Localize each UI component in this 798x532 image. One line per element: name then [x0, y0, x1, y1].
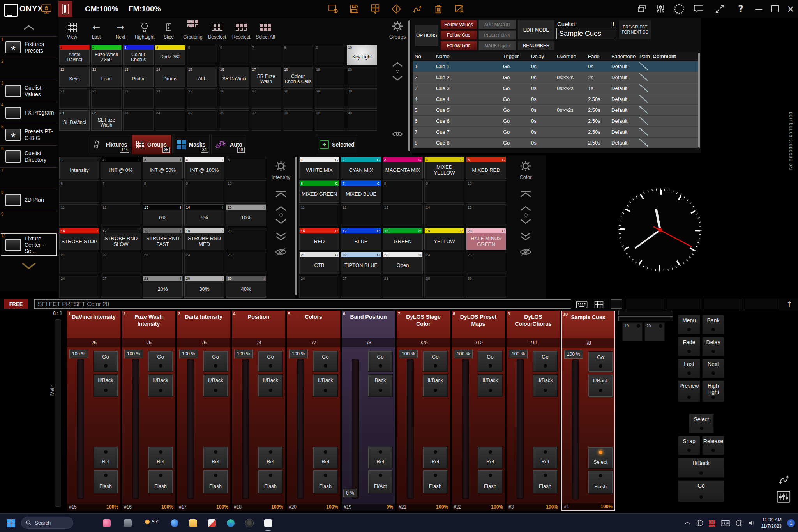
preselect-next-go-button[interactable]: PRE-SELECT FOR NEXT GO [619, 20, 651, 39]
weather-widget[interactable]: 85° [145, 519, 159, 525]
reselect-button[interactable]: Reselect [229, 18, 253, 43]
playback-fader[interactable] [187, 359, 194, 499]
release-select-button[interactable]: Select [588, 447, 613, 468]
hidden-icons-chevron[interactable] [684, 521, 691, 525]
release-select-button[interactable]: Rel [203, 447, 228, 468]
bank-button-main[interactable]: Bank [702, 315, 724, 334]
release-select-button[interactable]: Rel [94, 447, 118, 468]
group-tile[interactable]: 12 Lead [91, 67, 122, 87]
intensity-preset-tile[interactable]: 29I 30% [184, 276, 224, 298]
color-preset-tile[interactable]: 5C MIXED RED [466, 157, 506, 179]
playback-header[interactable]: 9 DyLOS ColourChorus [507, 311, 560, 338]
pause-back-button[interactable]: Back [368, 375, 392, 396]
go-button[interactable]: Go [533, 351, 557, 371]
intensity-preset-tile[interactable]: 25 [226, 252, 266, 274]
scroll-up-icon[interactable] [274, 205, 288, 212]
playback-cue-counter[interactable]: -/6 [177, 338, 230, 347]
group-tile[interactable]: 27 [251, 88, 281, 109]
master-fader[interactable] [55, 319, 61, 507]
color-preset-tile[interactable]: 26 [299, 276, 339, 298]
playback-header[interactable]: 6 Band Position [342, 311, 395, 338]
color-preset-tile[interactable]: 22C TIPTON BLUE [341, 252, 381, 274]
taskbar-app-icon[interactable] [245, 518, 254, 528]
add-macro-button[interactable]: ADD MACRO [478, 20, 516, 29]
group-tile[interactable]: 5 [187, 45, 217, 65]
taskbar-app-icon[interactable] [207, 518, 217, 528]
playback-header[interactable]: 4 Position [232, 311, 285, 338]
save-button[interactable] [348, 3, 361, 15]
page-down-icon[interactable] [391, 75, 404, 81]
empty-slot[interactable] [704, 299, 740, 309]
options-button[interactable]: OPTIONS [415, 25, 439, 46]
flash-button[interactable]: Fl/Act [368, 470, 392, 493]
release-select-button[interactable]: Rel [533, 447, 557, 468]
empty-slot[interactable] [665, 299, 701, 309]
fade-button[interactable]: Fade [678, 337, 700, 356]
keyboard-icon[interactable] [576, 300, 588, 309]
color-preset-tile[interactable]: 17C BLUE [341, 228, 381, 250]
intensity-preset-tile[interactable]: 23 [143, 252, 183, 274]
intensity-preset-tile[interactable]: 22 [101, 252, 141, 274]
cue-row[interactable]: 7 Cue 7 Go 0s 2.50s Default [413, 127, 698, 138]
empty-slot[interactable] [626, 299, 662, 309]
intensity-preset-tile[interactable]: 4I INT @ 100% [184, 157, 224, 179]
intensity-preset-tile[interactable]: 14I 5% [184, 204, 224, 226]
playback-fader[interactable] [572, 359, 579, 499]
onyx-tray-icon[interactable] [709, 520, 715, 527]
playback-cue-counter[interactable]: -/10 [452, 338, 505, 347]
cuelist-name-field[interactable]: Sample Cues [556, 28, 617, 39]
panel-scrollbar[interactable] [295, 157, 297, 295]
playback-cue-counter[interactable]: -/7 [287, 338, 340, 347]
flash-button[interactable]: Flash [258, 470, 282, 493]
group-tile[interactable]: 17 SR Fuze Wash [251, 67, 281, 87]
pause-back-button[interactable]: II/Back [588, 375, 613, 397]
group-tile[interactable]: 31 SL DaVinci [59, 110, 90, 131]
intensity-preset-tile[interactable]: 2I INT @ 0% [101, 157, 141, 179]
swap-icon[interactable] [778, 474, 790, 485]
sidebar-item[interactable]: 7 [0, 167, 58, 189]
last-button-panel[interactable]: Last [678, 359, 700, 378]
fader-settings-icon[interactable] [777, 491, 791, 503]
go-button[interactable]: Go [313, 351, 337, 371]
group-tile[interactable]: 35 [187, 110, 217, 131]
command-line-input[interactable]: SELECT PRESET Color 20 [34, 299, 571, 309]
pause-back-button[interactable]: II/Back [94, 375, 118, 396]
go-button[interactable]: Go [423, 351, 447, 371]
intensity-preset-tile[interactable]: 27 [101, 276, 141, 298]
grid-view-icon[interactable] [594, 300, 604, 309]
group-tile[interactable]: 1 Ariste Davinci [59, 45, 90, 65]
command-mini-box[interactable] [611, 299, 622, 309]
touch-keyboard-icon[interactable] [721, 520, 730, 527]
group-tile[interactable]: 8 [283, 45, 313, 65]
onyx-taskbar-icon-active[interactable] [263, 518, 273, 528]
group-tile[interactable]: 10 Key Light [347, 45, 377, 65]
grand-master-indicator-icon[interactable] [58, 1, 72, 17]
grand-master-level[interactable]: GM:100% [85, 5, 118, 13]
tab-selected[interactable]: + Selected [316, 135, 358, 154]
cue-row[interactable]: 1 Cue 1 Go 0s 0s Default [413, 61, 698, 72]
move-button[interactable] [390, 3, 403, 15]
group-tile[interactable]: 32 SL Fuze Wash [91, 110, 122, 131]
cue-row[interactable]: 4 Cue 4 Go 0s 2.50s Default [413, 94, 698, 105]
scroll-down-icon[interactable] [519, 218, 533, 225]
group-tile[interactable]: 15 ALL [187, 67, 217, 87]
group-tile[interactable]: 36 [219, 110, 249, 131]
color-preset-tile[interactable]: 19C YELLOW [424, 228, 464, 250]
flash-button[interactable]: Flash [533, 470, 557, 493]
intensity-preset-tile[interactable]: 10 [226, 180, 266, 203]
last-button[interactable]: ←Last [84, 18, 108, 43]
color-preset-tile[interactable]: 18C GREEN [383, 228, 423, 250]
pause-back-button[interactable]: II/Back [258, 375, 282, 396]
fullscreen-icon[interactable] [713, 3, 726, 15]
release-select-button[interactable]: Rel [148, 447, 173, 468]
group-tile[interactable]: 7 [251, 45, 281, 65]
sidebar-item[interactable]: 5 Presets PT-C-B-G [0, 124, 58, 145]
playback-fader[interactable] [132, 359, 139, 499]
playback-header[interactable]: 5 Colors [287, 311, 340, 338]
color-preset-tile[interactable]: 1C WHITE MIX [299, 157, 339, 179]
release-select-button[interactable]: Rel [368, 447, 392, 468]
scroll-top-icon[interactable] [519, 190, 533, 198]
follow-values-button[interactable]: Follow Values [440, 20, 477, 29]
go-button[interactable]: Go [203, 351, 228, 371]
intensity-preset-tile[interactable]: 21 [59, 252, 99, 274]
